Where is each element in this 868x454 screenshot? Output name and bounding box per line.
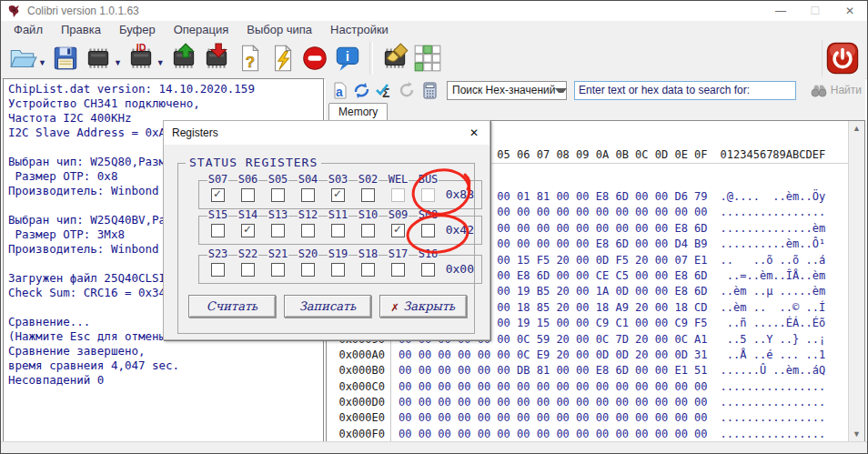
read-chip-icon[interactable] <box>168 43 199 74</box>
register-checkbox-s13[interactable] <box>271 224 285 237</box>
minimize-button[interactable]: — <box>763 1 798 21</box>
erase-chip-icon[interactable] <box>379 43 410 74</box>
register-checkbox-s15[interactable] <box>211 224 225 237</box>
hex-ascii[interactable]: ..=..èm..ÎÅ..èm <box>708 268 826 284</box>
close-button[interactable]: ✕ <box>833 1 867 21</box>
register-label: S23 <box>207 248 229 259</box>
log-line: ChipList.dat version: 14.10.2020.159 <box>8 82 318 96</box>
chip-blocks-icon[interactable] <box>412 43 443 74</box>
hex-ascii[interactable]: ......Û ..èm..áQ <box>708 363 826 378</box>
hex-bytes[interactable]: 00 00 00 00 00 00 00 00 00 00 00 00 00 0… <box>391 427 708 441</box>
hex-bytes[interactable]: 00 00 00 00 00 00 00 00 00 00 00 00 00 0… <box>391 395 708 410</box>
scroll-down-icon[interactable]: ▼ <box>849 427 864 441</box>
calculator-icon[interactable] <box>420 81 439 100</box>
select-chip-icon[interactable] <box>83 43 114 74</box>
checksum-icon[interactable]: Σ <box>375 81 394 100</box>
menu-item[interactable]: Буфер <box>110 23 165 36</box>
close-dialog-button[interactable]: ✗ Закрыть <box>379 295 467 318</box>
menu-item[interactable]: Файл <box>5 23 52 36</box>
hex-bytes[interactable]: 00 00 00 00 00 00 0C E9 20 00 0D 0D 20 0… <box>391 348 708 363</box>
select-chip-dropdown-icon[interactable]: ▼ <box>114 58 122 67</box>
hex-ascii[interactable]: ................ <box>708 205 826 220</box>
chip-id-icon[interactable]: ID <box>126 43 156 74</box>
register-checkbox-s23[interactable] <box>211 263 225 277</box>
hex-bytes[interactable]: 00 00 00 00 00 00 00 00 00 00 00 00 00 0… <box>391 379 708 395</box>
hex-ascii[interactable]: .. ..õ ..õ ..á <box>708 253 826 268</box>
register-checkbox-s19[interactable] <box>331 263 345 277</box>
read-registers-button[interactable]: Считать <box>188 295 276 318</box>
scroll-up-icon[interactable]: ▲ <box>849 121 864 136</box>
search-input[interactable] <box>574 81 796 100</box>
write-registers-button[interactable]: Записать <box>284 295 371 318</box>
register-checkbox-s20[interactable] <box>301 263 315 277</box>
register-checkbox-s07[interactable] <box>211 188 225 202</box>
register-checkbox-s21[interactable] <box>271 263 285 277</box>
script-icon[interactable] <box>267 43 298 74</box>
hex-bytes[interactable]: 00 00 00 00 00 00 00 00 00 00 00 00 00 0… <box>391 410 708 426</box>
search-mode-select[interactable]: Поиск Hex-значений <box>447 81 567 100</box>
hex-ascii[interactable]: ..5 ..Y ..} ..¡ <box>708 332 826 348</box>
reload-icon[interactable] <box>398 81 417 100</box>
find-button[interactable]: Найти <box>811 83 862 97</box>
hex-address: 0x000B0 <box>327 363 391 378</box>
register-label: S09 <box>388 209 409 220</box>
register-checkbox-s14[interactable] <box>241 224 255 237</box>
menu-item[interactable]: Правка <box>52 23 110 36</box>
hex-ascii[interactable]: ................ <box>708 410 826 426</box>
register-checkbox-s17[interactable] <box>391 263 405 277</box>
tab-row: Memory <box>326 102 865 120</box>
hex-bytes[interactable]: 00 00 00 00 00 00 DB 81 00 00 E8 6D 00 0… <box>391 363 708 378</box>
register-checkbox-s02[interactable] <box>361 188 375 202</box>
maximize-button[interactable]: ☐ <box>798 1 833 21</box>
refresh-icon[interactable] <box>352 81 371 100</box>
hex-ascii[interactable]: ................ <box>708 379 826 395</box>
register-label: S21 <box>267 248 289 259</box>
hex-ascii[interactable]: ..ñ .....ÉÁ..Éõ <box>708 316 826 331</box>
menu-item[interactable]: Выбор чипа <box>237 23 321 36</box>
register-checkbox-s22[interactable] <box>241 263 255 277</box>
register-checkbox-s09[interactable] <box>391 224 405 237</box>
hex-ascii[interactable]: ..............èm <box>708 221 826 237</box>
register-label: BUS <box>418 174 439 185</box>
stop-icon[interactable] <box>299 43 330 74</box>
register-checkbox-s04[interactable] <box>301 188 315 202</box>
hex-ascii[interactable]: ..èm ..µ .....èm <box>708 284 826 299</box>
svg-text:i: i <box>346 49 349 64</box>
menu-item[interactable]: Настройки <box>321 23 398 36</box>
vertical-scrollbar[interactable]: ▲ ▼ <box>848 121 864 441</box>
dialog-close-icon[interactable]: ✕ <box>459 126 490 139</box>
open-file-icon[interactable] <box>7 43 38 74</box>
hex-ascii[interactable]: ..Å ..é ... ..1 <box>708 348 826 363</box>
register-checkbox-s10[interactable] <box>361 224 375 237</box>
app-window: Colibri version 1.0.1.63 — ☐ ✕ ФайлПравк… <box>0 0 868 454</box>
register-row: S23S22S21S20S19S18S17S160x00 <box>198 255 482 284</box>
hex-ascii[interactable]: ................ <box>708 427 826 441</box>
register-checkbox-s06[interactable] <box>241 188 255 202</box>
register-checkbox-s16[interactable] <box>421 263 435 277</box>
register-checkbox-s08[interactable] <box>421 224 435 237</box>
info-icon[interactable]: i <box>332 43 363 74</box>
register-checkbox-s03[interactable] <box>331 188 345 202</box>
write-chip-icon[interactable] <box>201 43 232 74</box>
hex-ascii[interactable]: .@.... ..èm..Öy <box>708 189 826 205</box>
power-icon[interactable] <box>825 41 860 76</box>
chip-id-dropdown-icon[interactable]: ▼ <box>156 58 165 67</box>
hex-row: 0x000A000 00 00 00 00 00 0C E9 20 00 0D … <box>327 348 848 363</box>
menu-item[interactable]: Операция <box>165 23 238 36</box>
register-checkbox-s12[interactable] <box>301 224 315 237</box>
register-checkbox-s11[interactable] <box>331 224 345 237</box>
menu-bar: ФайлПравкаБуферОперацияВыбор чипаНастрой… <box>1 21 867 38</box>
hex-ascii[interactable]: ................ <box>708 395 826 410</box>
open-file-dropdown-icon[interactable]: ▼ <box>38 58 46 67</box>
register-label: S11 <box>328 209 349 220</box>
register-label: S07 <box>207 174 229 185</box>
register-checkbox-s05[interactable] <box>271 188 285 202</box>
hex-ascii[interactable]: ..........èm..Ô¹ <box>708 237 826 252</box>
register-checkbox-s18[interactable] <box>361 263 375 277</box>
hex-row: 0x000C000 00 00 00 00 00 00 00 00 00 00 … <box>327 379 848 395</box>
verify-file-icon[interactable]: ? <box>234 43 265 74</box>
text-encoding-icon[interactable]: a <box>329 81 348 100</box>
save-file-icon[interactable] <box>50 43 81 74</box>
tab-memory[interactable]: Memory <box>328 103 388 120</box>
hex-ascii[interactable]: ..èm .. ..© ..Í <box>708 300 826 316</box>
